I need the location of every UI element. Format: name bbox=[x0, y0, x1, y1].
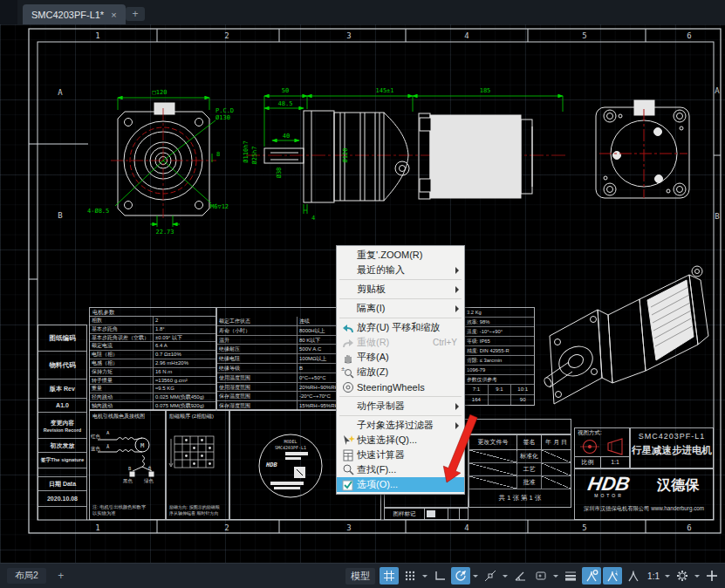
revision-record-label: 变更内容 Revision Record bbox=[38, 413, 86, 439]
param-value: 6.4 A bbox=[154, 342, 215, 351]
polar-tracking-toggle[interactable] bbox=[451, 567, 470, 585]
drawing-canvas[interactable]: 12 34 56 12 34 56 AB AB bbox=[0, 24, 725, 563]
material-code-label: 物料代码 bbox=[38, 352, 86, 379]
menu-label: 动作录制器 bbox=[357, 400, 455, 413]
param-label: 径向跳动 bbox=[90, 393, 154, 402]
annotation-scale-toggle[interactable] bbox=[624, 567, 643, 585]
svg-text:40: 40 bbox=[283, 133, 290, 140]
sign-table: 更改文件号 签名 年 月 日 标准化 工艺 批准 共 1 张 第 1 张 bbox=[469, 434, 571, 508]
param-label: 保持力矩 bbox=[90, 368, 154, 377]
menu-item-undo[interactable]: 放弃(U) 平移和缩放 bbox=[337, 320, 464, 335]
calculator-icon bbox=[339, 448, 357, 462]
param-value: 0.7 Ω±10% bbox=[154, 351, 215, 359]
dynamic-input-dropdown[interactable] bbox=[552, 567, 559, 585]
menu-item-isolate[interactable]: 隔离(I) bbox=[337, 301, 464, 316]
table-row: 基本步距角 1.8° bbox=[90, 325, 215, 334]
excitation-note-1: 励磁方向: 按图示的励磁顺 bbox=[169, 504, 220, 510]
hdb-logo-text: HDB bbox=[586, 473, 632, 496]
ortho-toggle[interactable] bbox=[430, 567, 449, 585]
menu-item-pan[interactable]: 平移(A) bbox=[337, 350, 464, 365]
annotation-autoscale-toggle[interactable] bbox=[603, 567, 622, 585]
menu-item-action-recorder[interactable]: 动作录制器 bbox=[337, 399, 464, 414]
svg-text:Ø25h7: Ø25h7 bbox=[251, 146, 258, 164]
menu-label: 重复'.ZOOM(R) bbox=[357, 249, 461, 262]
snap-dropdown[interactable] bbox=[421, 567, 428, 585]
object-snap-toggle[interactable] bbox=[481, 567, 500, 585]
menu-item-clipboard[interactable]: 剪贴板 bbox=[337, 282, 464, 297]
menu-item-subobject-filter[interactable]: 子对象选择过滤器 bbox=[337, 418, 464, 433]
gear-spec-table: 3.2 Kg效率: 98%温度: -10°~+90°等级: IP65精度: DI… bbox=[464, 307, 535, 406]
object-snap-dropdown[interactable] bbox=[502, 567, 509, 585]
file-tab-bar: SMC4203PF-L1* × + bbox=[0, 0, 725, 24]
table-row: 电感（相） 2.96 mH±20% bbox=[90, 359, 215, 368]
excitation-note: 励磁方向: 按图示的励磁顺 序从轴伸端看 顺时针方向 bbox=[169, 504, 220, 516]
ratio-cell: 10:1 bbox=[511, 385, 534, 395]
date-header: 年 月 日 bbox=[542, 435, 571, 449]
annotation-visibility-toggle[interactable] bbox=[582, 567, 601, 585]
context-menu: 重复'.ZOOM(R) 最近的输入 剪贴板 隔离(I) 放弃(U) 平移和缩放 bbox=[336, 245, 465, 495]
annotation-scale-value[interactable]: 1:1 bbox=[645, 571, 662, 581]
standardize-label: 标准化 bbox=[517, 450, 542, 462]
find-icon bbox=[339, 463, 357, 477]
status-customize-button[interactable] bbox=[702, 567, 722, 585]
menu-item-find[interactable]: 查找(F)... bbox=[337, 462, 464, 477]
menu-separator bbox=[339, 396, 462, 397]
svg-text:2: 2 bbox=[224, 523, 229, 532]
customization-gear-button[interactable] bbox=[673, 567, 692, 585]
menu-item-recent-input[interactable]: 最近的输入 bbox=[337, 263, 464, 277]
revision-record-cn: 变更内容 bbox=[51, 419, 74, 427]
new-layout-button[interactable]: + bbox=[53, 570, 69, 582]
menu-item-options[interactable]: 选项(O)... bbox=[337, 477, 464, 492]
layout-tab[interactable]: 布局2 bbox=[7, 568, 46, 584]
menu-separator bbox=[339, 298, 462, 299]
close-icon[interactable]: × bbox=[111, 10, 116, 20]
svg-text:4: 4 bbox=[311, 215, 315, 222]
param-label: 使用温度范围 bbox=[217, 373, 298, 383]
drawing-code-label: 图纸编码 bbox=[38, 325, 86, 352]
menu-item-redo[interactable]: 重做(R) Ctrl+Y bbox=[337, 335, 464, 350]
table-row: 等级: IP65 bbox=[465, 337, 534, 346]
ratio-cell: 9:1 bbox=[489, 385, 512, 395]
grid-toggle[interactable] bbox=[380, 567, 399, 585]
param-value: 2 bbox=[154, 317, 215, 325]
redo-icon bbox=[339, 336, 357, 350]
menu-label: 缩放(Z) bbox=[357, 366, 461, 379]
param-label: 电感（相） bbox=[90, 359, 154, 368]
scale-dropdown[interactable] bbox=[664, 567, 671, 585]
menu-shortcut: Ctrl+Y bbox=[433, 338, 461, 347]
new-tab-button[interactable]: + bbox=[126, 7, 145, 21]
svg-text:□120: □120 bbox=[153, 89, 168, 96]
menu-item-quick-select[interactable]: 快速选择(Q)... bbox=[337, 433, 464, 448]
part-block: SMC4203PF-L1 行星减速步进电机 bbox=[630, 427, 714, 468]
table-row: 精度: DIN 42955-R bbox=[465, 346, 534, 356]
svg-text:145±1: 145±1 bbox=[375, 87, 393, 94]
menu-item-repeat-zoom[interactable]: 重复'.ZOOM(R) bbox=[337, 248, 464, 263]
plus-icon bbox=[705, 569, 719, 583]
scale-label: 比例 bbox=[575, 457, 601, 468]
lineweight-toggle[interactable] bbox=[561, 567, 580, 585]
menu-item-steeringwheels[interactable]: SteeringWheels bbox=[337, 379, 464, 394]
empty-cell bbox=[38, 468, 86, 477]
gear-icon bbox=[675, 569, 689, 583]
model-space-button[interactable]: 模型 bbox=[345, 568, 375, 585]
hdb-logo: HDB MOTOR bbox=[575, 473, 643, 498]
gear-dropdown[interactable] bbox=[694, 567, 701, 585]
rev-value: A1.0 bbox=[38, 399, 86, 413]
motor-table-title: 电机参数 bbox=[90, 308, 215, 317]
otrack-toggle[interactable] bbox=[510, 567, 530, 585]
menu-item-zoom[interactable]: ± 缩放(Z) bbox=[337, 365, 464, 379]
table-row: 电阻（相） 0.7 Ω±10% bbox=[90, 351, 215, 359]
dynamic-input-toggle[interactable] bbox=[531, 567, 551, 585]
svg-text:6: 6 bbox=[687, 31, 691, 40]
value-cell: 164 bbox=[465, 395, 489, 406]
file-tab[interactable]: SMC4203PF-L1* × bbox=[23, 4, 126, 24]
snap-toggle[interactable] bbox=[400, 567, 420, 585]
table-row: 相数 2 bbox=[90, 317, 215, 325]
table-row: 基本步距角误差（空载） ±0.09° 以下 bbox=[90, 334, 215, 343]
polar-dropdown[interactable] bbox=[472, 567, 479, 585]
svg-text:Ø110h7: Ø110h7 bbox=[243, 140, 250, 162]
annotation-scale-icon bbox=[626, 569, 640, 583]
menu-label: 隔离(I) bbox=[357, 302, 455, 315]
menu-item-quick-calculator[interactable]: 快速计算器 bbox=[337, 448, 464, 462]
menu-label: 最近的输入 bbox=[357, 263, 455, 277]
